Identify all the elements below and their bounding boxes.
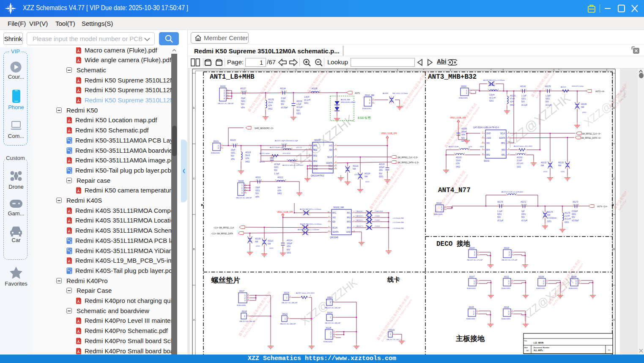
svg-text:A0185 NM 0201+/-0.03mm: A0185 NM 0201+/-0.03mm: [300, 223, 322, 225]
svg-text:ESD专用: ESD专用: [358, 116, 370, 120]
svg-text:NM: NM: [268, 243, 271, 245]
svg-text:P0: P0: [608, 349, 611, 351]
svg-text:RF1: RF1: [313, 145, 317, 147]
svg-text:±5%: ±5%: [231, 158, 235, 160]
svg-text:ANT1: ANT1: [355, 92, 360, 94]
svg-text:QM13144TR13: QM13144TR13: [311, 175, 324, 177]
svg-text:SM_RFFE1_CLK <3>: SM_RFFE1_CLK <3>: [582, 133, 601, 135]
svg-text:USID: USID: [486, 137, 491, 139]
svg-text:NM: NM: [581, 106, 584, 108]
svg-text:1 A0107 1: 1 A0107 1: [356, 225, 364, 227]
svg-text:818022091: 818022091: [211, 152, 220, 154]
svg-text:±0.1pF: ±0.1pF: [521, 220, 527, 222]
svg-text:A0106: A0106: [581, 103, 587, 105]
svg-text:A0173: A0173: [573, 201, 578, 203]
svg-text:J0117: J0117: [239, 290, 244, 292]
svg-text:J0118: J0118: [241, 311, 247, 313]
svg-text:1.1pF: 1.1pF: [521, 95, 526, 97]
svg-text:A0162 0ohm ±5% 0201: A0162 0ohm ±5% 0201: [514, 145, 532, 147]
svg-text:0201: 0201: [287, 252, 291, 254]
svg-text:±0.25pF: ±0.25pF: [281, 107, 288, 109]
svg-text:A0116 4.3nH ±0.1nH 0402: A0116 4.3nH ±0.1nH 0402: [282, 164, 304, 166]
svg-text:0201: 0201: [379, 176, 384, 178]
svg-text:L12_MAIN: L12_MAIN: [534, 342, 544, 344]
svg-text:GND: GND: [486, 132, 491, 135]
svg-text:15nH: 15nH: [268, 102, 273, 104]
svg-text:A0188: A0188: [383, 92, 388, 94]
svg-text:XM-217-XC-186-SP: XM-217-XC-186-SP: [282, 302, 297, 304]
svg-text:Size: Size: [524, 346, 528, 349]
svg-text:NM: NM: [255, 241, 258, 243]
svg-text:J0113: J0113: [436, 202, 441, 204]
svg-text:50V: 50V: [281, 103, 285, 105]
svg-text:100pF: 100pF: [461, 131, 467, 133]
svg-text:0201: 0201: [365, 181, 370, 183]
svg-text:J0112_NM: J0112_NM: [364, 94, 374, 96]
svg-text:4: 4: [288, 69, 289, 70]
svg-text:A0118: A0118: [245, 151, 251, 154]
svg-text:RF1: RF1: [347, 212, 351, 214]
svg-text:DECO 接地: DECO 接地: [436, 240, 470, 248]
svg-text:0201: 0201: [561, 170, 565, 173]
svg-text:RFC: RFC: [332, 212, 337, 214]
svg-text:ESD103-B1-02ELS: ESD103-B1-02ELS: [341, 101, 356, 103]
svg-text:A0178: A0178: [545, 85, 551, 88]
svg-text:+/-0.15mm NM: +/-0.15mm NM: [392, 221, 404, 223]
svg-text:B: B: [613, 248, 615, 250]
svg-text:818022091: 818022091: [467, 287, 476, 289]
svg-text:818022091: 818022091: [459, 97, 468, 99]
svg-text:A0109: A0109: [255, 238, 261, 240]
svg-text:VREG_S10B_1P8: VREG_S10B_1P8: [381, 132, 397, 135]
svg-text:XM-217-XC-186-SP: XM-217-XC-186-SP: [325, 322, 340, 324]
svg-text:13nH: 13nH: [456, 160, 460, 162]
svg-text:3.3nH: 3.3nH: [517, 160, 522, 162]
svg-text:A0101: A0101: [510, 95, 516, 97]
svg-text:0201: 0201: [281, 100, 285, 102]
svg-text:J0103: J0103: [504, 247, 509, 249]
svg-text:A0187 0ohm ±5% 0201: A0187 0ohm ±5% 0201: [296, 292, 315, 294]
svg-text:XM-217-XC-186-SP: XM-217-XC-186-SP: [325, 307, 340, 309]
svg-text:0201±5% 0ohm: 0201±5% 0ohm: [572, 85, 584, 87]
svg-text:SM_RFFE1_DATA <2,3>: SM_RFFE1_DATA <2,3>: [397, 162, 419, 164]
svg-text:QM13345: QM13345: [330, 236, 339, 239]
svg-text:±0.1nH: ±0.1nH: [304, 99, 310, 101]
svg-text:RF2: RF2: [347, 217, 351, 219]
svg-text:NM: NM: [364, 176, 367, 178]
svg-text:J0104: J0104: [469, 247, 474, 249]
svg-text:NM_0201+/-0.03mm: NM_0201+/-0.03mm: [392, 92, 408, 94]
svg-text:1.8nH: 1.8nH: [304, 96, 309, 98]
svg-text:A0186 NM 0201+/-0.00mm: A0186 NM 0201+/-0.00mm: [298, 228, 319, 231]
svg-text:±0.1pF: ±0.1pF: [497, 220, 503, 222]
svg-text:0201: 0201: [545, 98, 550, 100]
svg-text:ANT4 <3,4>: ANT4 <3,4>: [597, 206, 608, 208]
svg-text:±5%: ±5%: [379, 169, 383, 171]
svg-text:XM-217-XC-188-SP: XM-217-XC-188-SP: [236, 197, 252, 199]
svg-text:A0122: A0122: [353, 165, 359, 167]
svg-text:±5%: ±5%: [461, 134, 465, 136]
svg-text:A0142: A0142: [520, 85, 526, 88]
svg-text:±0.1nH: ±0.1nH: [517, 162, 523, 165]
svg-text:J0108: J0108: [571, 276, 576, 278]
svg-text:0201: 0201: [543, 170, 548, 173]
svg-text:NM: NM: [541, 165, 544, 167]
svg-text:818024280: 818024280: [237, 304, 246, 306]
svg-text:0201: 0201: [269, 247, 274, 249]
svg-text:A0115: A0115: [230, 139, 236, 141]
svg-text:S0101: S0101: [484, 160, 490, 162]
svg-text:ANT4_N77: ANT4_N77: [438, 187, 471, 194]
svg-text:XM-217-XC-186-SP: XM-217-XC-186-SP: [280, 323, 296, 325]
svg-text:±5% 0201: ±5% 0201: [282, 152, 291, 154]
svg-text:NM: NM: [547, 214, 550, 216]
svg-text:50V: 50V: [521, 216, 525, 218]
svg-text:+/-0.03mm: +/-0.03mm: [547, 217, 556, 219]
svg-text:ANT3_MHB+B32: ANT3_MHB+B32: [428, 73, 477, 81]
svg-text:J0101: J0101: [213, 140, 219, 143]
svg-text:SDATA: SDATA: [332, 231, 339, 233]
svg-text:A0124: A0124: [364, 173, 370, 175]
svg-text:RF2: RF2: [486, 154, 490, 156]
svg-text:VREG_S10B_1P8: VREG_S10B_1P8: [277, 211, 293, 213]
svg-text:1.3pF: 1.3pF: [296, 103, 301, 105]
svg-text:A0165: A0165: [461, 128, 467, 130]
svg-text:818018761: 818018761: [362, 107, 372, 110]
svg-text:J0107: J0107: [469, 276, 474, 278]
